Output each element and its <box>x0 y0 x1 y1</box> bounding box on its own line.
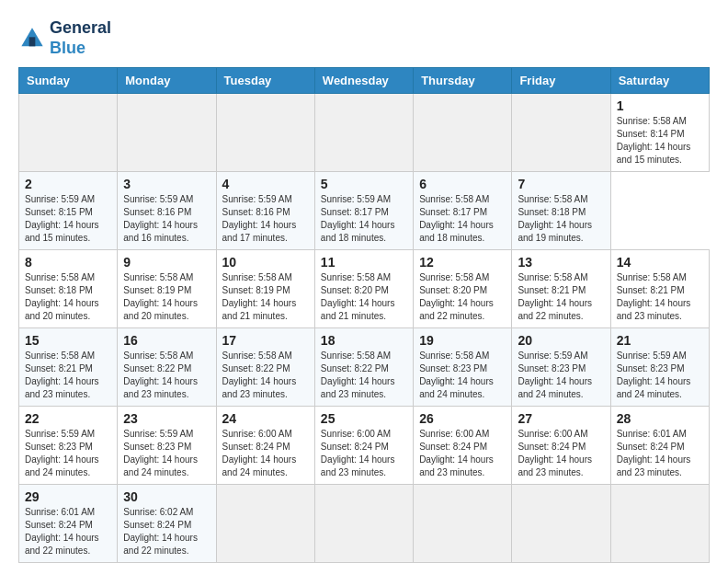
calendar-cell: 7 Sunrise: 5:58 AMSunset: 8:18 PMDayligh… <box>512 172 610 250</box>
calendar-cell: 13 Sunrise: 5:58 AMSunset: 8:21 PMDaylig… <box>512 250 610 328</box>
calendar-week-4: 15 Sunrise: 5:58 AMSunset: 8:21 PMDaylig… <box>19 328 710 407</box>
day-number: 5 <box>321 177 407 191</box>
day-number: 22 <box>25 411 111 426</box>
calendar-cell: 21 Sunrise: 5:59 AMSunset: 8:23 PMDaylig… <box>610 328 709 407</box>
day-number: 13 <box>518 255 604 270</box>
calendar-cell <box>118 94 216 172</box>
calendar-cell: 1 Sunrise: 5:58 AMSunset: 8:14 PMDayligh… <box>610 94 709 172</box>
day-info: Sunrise: 5:59 AMSunset: 8:23 PMDaylight:… <box>25 429 99 477</box>
weekday-header-saturday: Saturday <box>610 68 709 94</box>
day-info: Sunrise: 5:59 AMSunset: 8:23 PMDaylight:… <box>617 350 691 399</box>
day-number: 29 <box>25 489 111 504</box>
day-info: Sunrise: 5:58 AMSunset: 8:23 PMDaylight:… <box>419 350 494 399</box>
day-info: Sunrise: 5:58 AMSunset: 8:19 PMDaylight:… <box>222 272 297 321</box>
day-info: Sunrise: 6:02 AMSunset: 8:24 PMDaylight:… <box>123 507 198 556</box>
day-number: 1 <box>617 98 703 113</box>
day-info: Sunrise: 6:01 AMSunset: 8:24 PMDaylight:… <box>617 429 691 477</box>
calendar-cell: 9 Sunrise: 5:58 AMSunset: 8:19 PMDayligh… <box>118 250 216 328</box>
day-info: Sunrise: 6:00 AMSunset: 8:24 PMDaylight:… <box>419 429 494 477</box>
calendar-cell: 10 Sunrise: 5:58 AMSunset: 8:19 PMDaylig… <box>216 250 314 328</box>
calendar-cell: 4 Sunrise: 5:59 AMSunset: 8:16 PMDayligh… <box>216 172 314 250</box>
day-info: Sunrise: 5:58 AMSunset: 8:14 PMDaylight:… <box>617 116 691 165</box>
calendar-cell: 27 Sunrise: 6:00 AMSunset: 8:24 PMDaylig… <box>512 407 610 485</box>
logo-icon <box>18 25 46 52</box>
page-header: General Blue <box>18 18 710 58</box>
day-number: 20 <box>518 333 604 348</box>
calendar-cell: 24 Sunrise: 6:00 AMSunset: 8:24 PMDaylig… <box>216 407 314 485</box>
day-info: Sunrise: 6:01 AMSunset: 8:24 PMDaylight:… <box>25 507 99 556</box>
day-number: 6 <box>419 177 506 191</box>
day-number: 10 <box>222 255 309 270</box>
day-number: 11 <box>321 255 407 270</box>
day-number: 4 <box>222 177 309 191</box>
day-info: Sunrise: 5:58 AMSunset: 8:18 PMDaylight:… <box>518 194 592 243</box>
day-info: Sunrise: 5:59 AMSunset: 8:23 PMDaylight:… <box>123 429 198 477</box>
calendar-cell <box>19 94 118 172</box>
calendar-cell: 6 Sunrise: 5:58 AMSunset: 8:17 PMDayligh… <box>414 172 512 250</box>
calendar-cell: 26 Sunrise: 6:00 AMSunset: 8:24 PMDaylig… <box>414 407 512 485</box>
calendar-table: SundayMondayTuesdayWednesdayThursdayFrid… <box>18 67 710 563</box>
day-number: 30 <box>123 489 210 504</box>
logo: General Blue <box>18 18 111 58</box>
calendar-cell <box>314 485 413 563</box>
calendar-cell: 25 Sunrise: 6:00 AMSunset: 8:24 PMDaylig… <box>314 407 413 485</box>
calendar-cell <box>314 94 413 172</box>
day-number: 2 <box>25 177 111 191</box>
day-number: 24 <box>222 411 309 426</box>
calendar-cell: 15 Sunrise: 5:58 AMSunset: 8:21 PMDaylig… <box>19 328 118 407</box>
day-info: Sunrise: 5:58 AMSunset: 8:20 PMDaylight:… <box>419 272 494 321</box>
day-info: Sunrise: 5:58 AMSunset: 8:19 PMDaylight:… <box>123 272 198 321</box>
calendar-cell: 12 Sunrise: 5:58 AMSunset: 8:20 PMDaylig… <box>414 250 512 328</box>
day-number: 18 <box>321 333 407 348</box>
calendar-cell: 14 Sunrise: 5:58 AMSunset: 8:21 PMDaylig… <box>610 250 709 328</box>
calendar-cell <box>610 485 709 563</box>
day-info: Sunrise: 5:58 AMSunset: 8:21 PMDaylight:… <box>518 272 592 321</box>
day-info: Sunrise: 5:58 AMSunset: 8:17 PMDaylight:… <box>419 194 494 243</box>
day-number: 3 <box>123 177 210 191</box>
calendar-week-1: 1 Sunrise: 5:58 AMSunset: 8:14 PMDayligh… <box>19 94 710 172</box>
day-number: 12 <box>419 255 506 270</box>
day-info: Sunrise: 5:59 AMSunset: 8:15 PMDaylight:… <box>25 194 99 243</box>
calendar-cell: 29 Sunrise: 6:01 AMSunset: 8:24 PMDaylig… <box>19 485 118 563</box>
weekday-header-friday: Friday <box>512 68 610 94</box>
calendar-cell: 18 Sunrise: 5:58 AMSunset: 8:22 PMDaylig… <box>314 328 413 407</box>
day-info: Sunrise: 5:58 AMSunset: 8:20 PMDaylight:… <box>321 272 395 321</box>
calendar-cell: 16 Sunrise: 5:58 AMSunset: 8:22 PMDaylig… <box>118 328 216 407</box>
calendar-cell <box>414 485 512 563</box>
calendar-cell: 20 Sunrise: 5:59 AMSunset: 8:23 PMDaylig… <box>512 328 610 407</box>
day-number: 19 <box>419 333 506 348</box>
day-number: 8 <box>25 255 111 270</box>
day-number: 27 <box>518 411 604 426</box>
day-number: 26 <box>419 411 506 426</box>
day-number: 14 <box>617 255 703 270</box>
calendar-cell: 28 Sunrise: 6:01 AMSunset: 8:24 PMDaylig… <box>610 407 709 485</box>
day-info: Sunrise: 5:58 AMSunset: 8:21 PMDaylight:… <box>617 272 691 321</box>
day-info: Sunrise: 5:58 AMSunset: 8:21 PMDaylight:… <box>25 350 99 399</box>
day-info: Sunrise: 5:59 AMSunset: 8:16 PMDaylight:… <box>123 194 198 243</box>
weekday-header-row: SundayMondayTuesdayWednesdayThursdayFrid… <box>19 68 710 94</box>
calendar-week-2: 2 Sunrise: 5:59 AMSunset: 8:15 PMDayligh… <box>19 172 710 250</box>
calendar-cell <box>414 94 512 172</box>
calendar-cell: 30 Sunrise: 6:02 AMSunset: 8:24 PMDaylig… <box>118 485 216 563</box>
calendar-cell: 17 Sunrise: 5:58 AMSunset: 8:22 PMDaylig… <box>216 328 314 407</box>
day-info: Sunrise: 6:00 AMSunset: 8:24 PMDaylight:… <box>222 429 297 477</box>
weekday-header-wednesday: Wednesday <box>314 68 413 94</box>
day-number: 15 <box>25 333 111 348</box>
weekday-header-sunday: Sunday <box>19 68 118 94</box>
calendar-cell: 11 Sunrise: 5:58 AMSunset: 8:20 PMDaylig… <box>314 250 413 328</box>
calendar-cell <box>512 485 610 563</box>
calendar-cell: 3 Sunrise: 5:59 AMSunset: 8:16 PMDayligh… <box>118 172 216 250</box>
day-info: Sunrise: 5:59 AMSunset: 8:16 PMDaylight:… <box>222 194 297 243</box>
day-info: Sunrise: 5:59 AMSunset: 8:17 PMDaylight:… <box>321 194 395 243</box>
calendar-cell <box>512 94 610 172</box>
logo-text: General Blue <box>50 18 111 58</box>
calendar-week-6: 29 Sunrise: 6:01 AMSunset: 8:24 PMDaylig… <box>19 485 710 563</box>
calendar-cell: 22 Sunrise: 5:59 AMSunset: 8:23 PMDaylig… <box>19 407 118 485</box>
day-number: 25 <box>321 411 407 426</box>
calendar-week-3: 8 Sunrise: 5:58 AMSunset: 8:18 PMDayligh… <box>19 250 710 328</box>
day-number: 23 <box>123 411 210 426</box>
day-info: Sunrise: 6:00 AMSunset: 8:24 PMDaylight:… <box>518 429 592 477</box>
day-number: 7 <box>518 177 604 191</box>
calendar-week-5: 22 Sunrise: 5:59 AMSunset: 8:23 PMDaylig… <box>19 407 710 485</box>
weekday-header-thursday: Thursday <box>414 68 512 94</box>
